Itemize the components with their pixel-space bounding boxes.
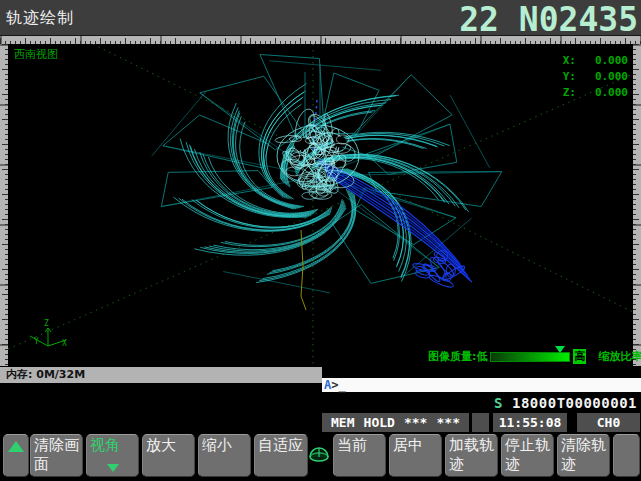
machine-mode-status: MEM HOLD *** *** (322, 413, 469, 432)
clock: 11:55:08 (493, 413, 567, 432)
softkey-blank[interactable] (613, 434, 640, 477)
softkey-page-up[interactable] (3, 434, 29, 477)
ruler-horizontal (0, 36, 641, 44)
quality-high-label: 高 (573, 349, 586, 364)
readout-row-y: Y: 0.000 (563, 69, 628, 85)
trace-plot-viewport[interactable]: ZYX 西南视图 X: 0.000 Y: 0.000 Z: 0.000 图像质量… (8, 44, 633, 366)
softkey-clear-screen[interactable]: 清除画面 (30, 434, 83, 477)
program-line-counter: 22 N02435 (459, 0, 638, 39)
memory-usage-bar: 内存: 0M/32M (0, 367, 322, 383)
position-readout: X: 0.000 Y: 0.000 Z: 0.000 (563, 53, 628, 101)
softkey-label: 清除画面 (34, 436, 79, 473)
triangle-down-icon (107, 464, 119, 472)
softkey-auto-fit[interactable]: 自适应 (254, 434, 308, 477)
channel-indicator: CH0 (577, 413, 640, 432)
svg-text:Z: Z (44, 319, 49, 328)
softkey-stop-trace[interactable]: 停止轨迹 (501, 434, 554, 477)
zoom-ratio-label: 缩放比率: (598, 349, 641, 364)
z-axis-value: 0.000 (576, 85, 628, 101)
softkey-label: 当前 (337, 436, 367, 454)
softkey-center[interactable]: 居中 (389, 434, 442, 477)
title-bar: 轨迹绘制 22 N02435 (0, 0, 641, 36)
readout-row-z: Z: 0.000 (563, 85, 628, 101)
view-orientation-label: 西南视图 (14, 47, 58, 62)
quality-slider-marker[interactable] (555, 346, 565, 358)
softkey-label: 自适应 (258, 436, 303, 454)
status-spacer-box (472, 413, 489, 432)
page-title: 轨迹绘制 (6, 8, 74, 29)
image-quality-control: 图像质量: 低 高 缩放比率: ×1.333 (428, 349, 641, 364)
softkey-view-angle[interactable]: 视角 (86, 434, 139, 477)
cnc-screen: 轨迹绘制 22 N02435 ZYX 西南视图 X: 0.000 Y: 0.00… (0, 0, 641, 481)
view-orientation-icon (308, 443, 332, 465)
y-axis-label: Y: (563, 69, 576, 85)
softkey-zoom-in[interactable]: 放大 (142, 434, 195, 477)
softkey-label: 清除轨迹 (561, 436, 606, 473)
x-axis-label: X: (563, 53, 576, 69)
softkey-label: 放大 (146, 436, 176, 454)
spindle-tool-value: 18000T00000001 (512, 395, 637, 411)
mode-flag-2: *** (437, 413, 460, 432)
svg-text:Y: Y (34, 337, 39, 346)
y-axis-value: 0.000 (576, 69, 628, 85)
softkey-load-trace[interactable]: 加载轨迹 (445, 434, 498, 477)
spindle-tool-readout: S 18000T00000001 (494, 395, 637, 411)
z-axis-label: Z: (563, 85, 576, 101)
svg-text:X: X (62, 339, 67, 348)
softkey-current[interactable]: 当前 (333, 434, 386, 477)
softkey-label: 加载轨迹 (449, 436, 494, 473)
softkey-label: 视角 (90, 436, 120, 454)
mode-hold: HOLD (364, 413, 395, 432)
ruler-vertical-left (0, 44, 8, 366)
x-axis-value: 0.000 (576, 53, 628, 69)
mode-mem: MEM (331, 413, 354, 432)
command-line-input[interactable]: A>_ (322, 378, 641, 392)
quality-label: 图像质量: (428, 349, 476, 364)
quality-low-label: 低 (476, 349, 487, 364)
mode-flag-1: *** (404, 413, 427, 432)
spindle-s-label: S (494, 395, 503, 411)
readout-row-x: X: 0.000 (563, 53, 628, 69)
softkey-label: 缩小 (202, 436, 232, 454)
softkey-label: 居中 (393, 436, 423, 454)
toolpath-canvas[interactable]: ZYX (8, 44, 633, 366)
command-cursor: _ (338, 378, 345, 392)
quality-slider[interactable] (490, 352, 570, 362)
softkey-label: 停止轨迹 (505, 436, 550, 473)
ruler-vertical-right (633, 44, 641, 366)
softkey-zoom-out[interactable]: 缩小 (198, 434, 251, 477)
softkey-clear-trace[interactable]: 清除轨迹 (557, 434, 610, 477)
triangle-up-icon (8, 441, 24, 452)
